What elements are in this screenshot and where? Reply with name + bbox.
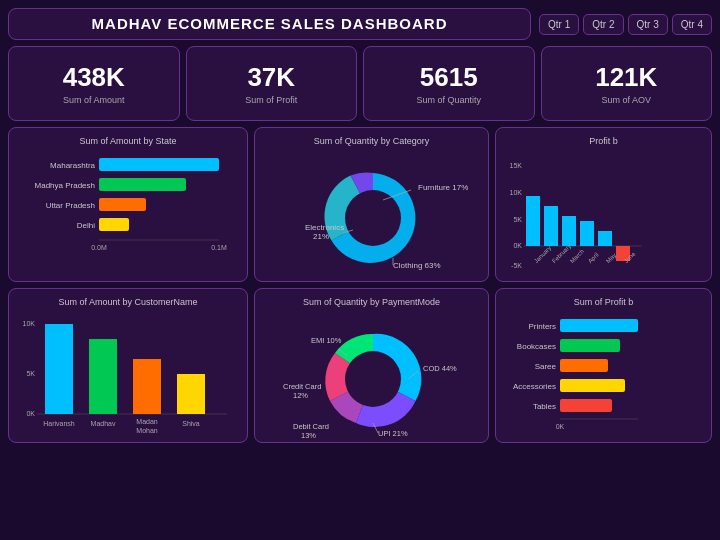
svg-point-50 <box>345 351 401 407</box>
svg-text:0K: 0K <box>556 423 565 430</box>
kpi-row: 438K Sum of Amount 37K Sum of Profit 561… <box>8 46 712 121</box>
svg-text:Saree: Saree <box>535 362 557 371</box>
qtr3-button[interactable]: Qtr 3 <box>628 14 668 35</box>
svg-text:0K: 0K <box>513 242 522 249</box>
svg-text:Clothing 63%: Clothing 63% <box>393 261 441 270</box>
svg-rect-25 <box>526 196 540 246</box>
svg-text:UPI 21%: UPI 21% <box>378 429 408 438</box>
profit-monthly-svg: 15K 10K 5K 0K -5K January February March <box>504 150 644 280</box>
svg-text:Furniture 17%: Furniture 17% <box>418 183 468 192</box>
kpi-aov: 121K Sum of AOV <box>541 46 713 121</box>
kpi-profit-value: 37K <box>247 62 295 93</box>
customer-chart-title: Sum of Amount by CustomerName <box>17 297 239 307</box>
svg-text:EMI 10%: EMI 10% <box>311 336 342 345</box>
svg-text:Bookcases: Bookcases <box>517 342 556 351</box>
svg-text:Mohan: Mohan <box>136 427 158 434</box>
qtr1-button[interactable]: Qtr 1 <box>539 14 579 35</box>
kpi-profit: 37K Sum of Profit <box>186 46 358 121</box>
quantity-category-svg: Furniture 17% Electronics 21% Clothing 6… <box>263 150 482 280</box>
svg-rect-27 <box>562 216 576 246</box>
svg-text:5K: 5K <box>26 370 35 377</box>
state-bar-svg: Maharashtra Madhya Pradesh Uttar Pradesh… <box>17 150 239 270</box>
svg-text:10K: 10K <box>23 320 36 327</box>
kpi-amount-value: 438K <box>63 62 125 93</box>
state-amount-chart: Sum of Amount by State Maharashtra Madhy… <box>8 127 248 282</box>
svg-text:-5K: -5K <box>511 262 522 269</box>
svg-text:15K: 15K <box>510 162 523 169</box>
svg-rect-5 <box>99 198 146 211</box>
svg-text:Debit Card: Debit Card <box>293 422 329 431</box>
kpi-aov-value: 121K <box>595 62 657 93</box>
kpi-aov-label: Sum of AOV <box>601 95 651 105</box>
svg-rect-44 <box>177 374 205 414</box>
svg-text:0.1M: 0.1M <box>211 244 227 251</box>
qtr4-button[interactable]: Qtr 4 <box>672 14 712 35</box>
svg-rect-3 <box>99 178 186 191</box>
kpi-amount-label: Sum of Amount <box>63 95 125 105</box>
svg-rect-28 <box>580 221 594 246</box>
svg-text:Uttar Pradesh: Uttar Pradesh <box>46 201 95 210</box>
svg-text:Madan: Madan <box>136 418 158 425</box>
kpi-quantity-value: 5615 <box>420 62 478 93</box>
svg-text:January: January <box>533 245 552 264</box>
svg-text:April: April <box>587 252 600 265</box>
svg-text:Maharashtra: Maharashtra <box>50 161 95 170</box>
title-box: MADHAV ECOMMERCE SALES DASHBOARD <box>8 8 531 40</box>
profit-subcategory-svg: Printers Bookcases Saree Accessories Tab… <box>504 311 644 441</box>
svg-text:5K: 5K <box>513 216 522 223</box>
payment-mode-title: Sum of Quantity by PaymentMode <box>263 297 480 307</box>
header-row: MADHAV ECOMMERCE SALES DASHBOARD Qtr 1 Q… <box>8 8 712 40</box>
svg-text:Credit Card: Credit Card <box>283 382 321 391</box>
svg-text:Madhav: Madhav <box>91 420 116 427</box>
svg-rect-42 <box>89 339 117 414</box>
svg-text:Accessories: Accessories <box>513 382 556 391</box>
quantity-category-title: Sum of Quantity by Category <box>263 136 480 146</box>
customer-amount-chart: Sum of Amount by CustomerName 10K 5K 0K … <box>8 288 248 443</box>
dashboard-title: MADHAV ECOMMERCE SALES DASHBOARD <box>92 15 448 32</box>
customer-bar-svg: 10K 5K 0K Harivansh Madhav Madan Mohan S… <box>17 311 239 441</box>
kpi-amount: 438K Sum of Amount <box>8 46 180 121</box>
svg-text:Electronics: Electronics <box>305 223 344 232</box>
svg-text:Harivansh: Harivansh <box>43 420 75 427</box>
dashboard: MADHAV ECOMMERCE SALES DASHBOARD Qtr 1 Q… <box>0 0 720 540</box>
svg-text:21%: 21% <box>313 232 329 241</box>
svg-rect-68 <box>560 379 625 392</box>
svg-text:COD 44%: COD 44% <box>423 364 457 373</box>
profit-subcategory-chart: Sum of Profit b Printers Bookcases Saree… <box>495 288 712 443</box>
state-chart-title: Sum of Amount by State <box>17 136 239 146</box>
svg-rect-1 <box>99 158 219 171</box>
svg-text:Shiva: Shiva <box>182 420 200 427</box>
profit-subcategory-title: Sum of Profit b <box>504 297 703 307</box>
svg-rect-62 <box>560 319 638 332</box>
svg-rect-43 <box>133 359 161 414</box>
profit-monthly-chart: Profit b 15K 10K 5K 0K -5K January <box>495 127 712 282</box>
svg-text:Tables: Tables <box>533 402 556 411</box>
svg-text:0.0M: 0.0M <box>91 244 107 251</box>
profit-monthly-title: Profit b <box>504 136 703 146</box>
kpi-quantity-label: Sum of Quantity <box>416 95 481 105</box>
svg-text:0K: 0K <box>26 410 35 417</box>
svg-rect-26 <box>544 206 558 246</box>
svg-rect-66 <box>560 359 608 372</box>
svg-point-11 <box>345 190 401 246</box>
quantity-category-chart: Sum of Quantity by Category Furniture 17… <box>254 127 489 282</box>
kpi-profit-label: Sum of Profit <box>245 95 297 105</box>
svg-text:March: March <box>569 248 585 264</box>
svg-text:10K: 10K <box>510 189 523 196</box>
svg-rect-41 <box>45 324 73 414</box>
svg-text:Madhya Pradesh: Madhya Pradesh <box>35 181 95 190</box>
svg-text:Printers: Printers <box>528 322 556 331</box>
charts-row2: Sum of Amount by CustomerName 10K 5K 0K … <box>8 288 712 443</box>
svg-text:12%: 12% <box>293 391 308 400</box>
svg-rect-64 <box>560 339 620 352</box>
svg-rect-29 <box>598 231 612 246</box>
qtr2-button[interactable]: Qtr 2 <box>583 14 623 35</box>
charts-row1: Sum of Amount by State Maharashtra Madhy… <box>8 127 712 282</box>
payment-mode-svg: COD 44% UPI 21% Debit Card 13% Credit Ca… <box>263 311 482 441</box>
svg-rect-70 <box>560 399 612 412</box>
payment-mode-chart: Sum of Quantity by PaymentMode COD 44% <box>254 288 489 443</box>
kpi-quantity: 5615 Sum of Quantity <box>363 46 535 121</box>
svg-text:13%: 13% <box>301 431 316 440</box>
svg-rect-7 <box>99 218 129 231</box>
svg-text:Delhi: Delhi <box>77 221 95 230</box>
